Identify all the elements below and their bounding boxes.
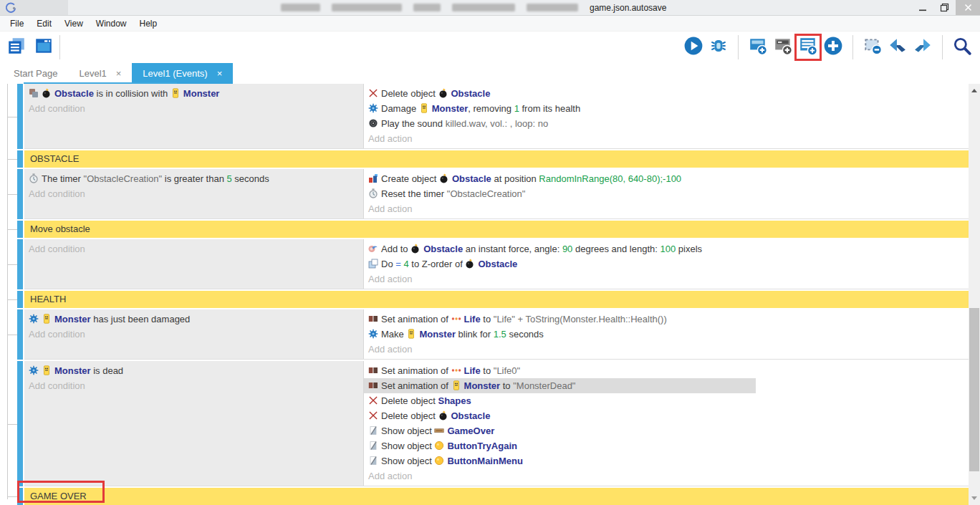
instruction-text: seconds — [232, 173, 269, 184]
action-instruction[interactable]: Make Monster blink for 1.5 seconds — [364, 327, 969, 342]
object-name: Obstacle — [54, 88, 94, 99]
object-name: ButtonTryAgain — [447, 441, 517, 451]
event-selection-bar[interactable] — [17, 291, 23, 308]
restore-button[interactable] — [933, 0, 956, 15]
add-action-button[interactable]: Add action — [364, 271, 969, 287]
group-row: GAME OVER — [17, 488, 969, 505]
vertical-scrollbar[interactable] — [969, 84, 980, 505]
group-row: HEALTH — [17, 291, 969, 308]
menu-window[interactable]: Window — [90, 19, 133, 29]
object-name: Obstacle — [423, 244, 463, 254]
action-instruction[interactable]: Set animation of Life to "Life0" — [364, 363, 969, 378]
scene-editor-button[interactable] — [33, 37, 54, 58]
object-name: ButtonMainMenu — [447, 456, 522, 466]
event-selection-bar[interactable] — [17, 84, 23, 149]
action-instruction[interactable]: Damage Monster, removing 1 from its heal… — [364, 101, 969, 116]
add-condition-button[interactable]: Add condition — [24, 327, 363, 342]
add-action-button[interactable]: Add action — [364, 201, 969, 216]
event-selection-bar[interactable] — [17, 309, 23, 360]
condition-instruction[interactable]: Obstacle is in collision with Monster — [24, 86, 363, 101]
undo-button[interactable] — [887, 37, 908, 58]
action-instruction[interactable]: Set animation of Monster to "MonsterDead… — [364, 378, 969, 393]
action-instruction[interactable]: Delete object Shapes — [364, 393, 969, 408]
tree-tick — [7, 159, 17, 160]
instruction-text: to — [500, 380, 513, 391]
action-instruction[interactable]: Create object Obstacle at position Rando… — [364, 171, 969, 186]
action-instruction[interactable]: Add to Obstacle an instant force, angle:… — [364, 241, 969, 256]
event-row: The timer "ObstacleCreation" is greater … — [17, 169, 969, 219]
add-instruction-button[interactable] — [822, 37, 844, 58]
event-selection-bar[interactable] — [17, 150, 23, 168]
tab-level1-events[interactable]: Level1 (Events)× — [132, 63, 233, 84]
group-header-health[interactable]: HEALTH — [24, 291, 969, 308]
event-selection-bar[interactable] — [17, 239, 23, 289]
gdevelop-window: { "window": { "title": "game.json.autosa… — [0, 0, 980, 505]
add-condition-button[interactable]: Add condition — [24, 186, 363, 201]
action-instruction[interactable]: Delete object Obstacle — [364, 86, 969, 101]
add-comment-button[interactable] — [772, 37, 794, 58]
add-subevent-icon — [798, 36, 818, 59]
event-selection-bar[interactable] — [17, 169, 23, 219]
project-manager-button[interactable] — [6, 37, 27, 58]
action-instruction[interactable]: Do = 4 to Z-order of Obstacle — [364, 256, 969, 271]
tab-start-page[interactable]: Start Page — [3, 63, 68, 84]
tab-close-icon[interactable]: × — [116, 68, 122, 79]
add-event-button[interactable] — [747, 37, 769, 58]
menu-file[interactable]: File — [4, 19, 30, 29]
operator-text: = — [395, 259, 403, 269]
scrollbar-up-arrow-icon[interactable] — [969, 85, 980, 96]
object-name: Life — [464, 314, 481, 324]
close-button[interactable] — [956, 0, 980, 15]
value-text: 1 — [514, 103, 519, 114]
redo-button[interactable] — [912, 37, 933, 58]
condition-instruction[interactable]: Monster has just been damaged — [24, 312, 363, 327]
delete-icon — [368, 410, 378, 420]
menu-edit[interactable]: Edit — [30, 19, 58, 29]
tree-tick — [7, 117, 17, 117]
add-condition-button[interactable]: Add condition — [24, 378, 363, 393]
group-header-move-obstacle[interactable]: Move obstacle — [24, 221, 969, 238]
condition-instruction[interactable]: Monster is dead — [24, 363, 363, 378]
tree-tick — [7, 424, 17, 425]
group-header-game-over[interactable]: GAME OVER — [24, 488, 969, 505]
action-instruction[interactable]: Set animation of Life to "Life" + ToStri… — [364, 312, 969, 327]
action-instruction[interactable]: Show object ButtonTryAgain — [364, 438, 969, 453]
tab-level1[interactable]: Level1× — [68, 63, 132, 84]
add-condition-button[interactable]: Add condition — [24, 101, 363, 116]
event-selection-bar[interactable] — [17, 361, 23, 486]
action-instruction[interactable]: Reset the timer "ObstacleCreation" — [364, 186, 969, 201]
value-text: 5 — [227, 173, 232, 184]
scrollbar-down-arrow-icon[interactable] — [969, 493, 980, 504]
redacted-text-block — [332, 4, 402, 11]
instruction-text: pixels — [676, 244, 702, 254]
event-selection-bar[interactable] — [17, 221, 23, 238]
menu-view[interactable]: View — [58, 19, 90, 29]
group-header-obstacle[interactable]: OBSTACLE — [24, 150, 969, 168]
scrollbar-thumb[interactable] — [969, 308, 979, 471]
remove-selection-button[interactable] — [862, 37, 883, 58]
add-action-button[interactable]: Add action — [364, 131, 969, 146]
instruction-text: The timer — [42, 173, 84, 184]
minimize-button[interactable] — [911, 0, 933, 15]
tab-close-icon[interactable]: × — [217, 68, 223, 79]
play-button[interactable] — [683, 37, 704, 58]
menu-help[interactable]: Help — [133, 19, 164, 29]
action-instruction[interactable]: Delete object Obstacle — [364, 408, 969, 423]
add-action-button[interactable]: Add action — [364, 468, 969, 484]
zorder-icon — [368, 259, 378, 269]
add-action-button[interactable]: Add action — [364, 342, 969, 357]
object-name: Obstacle — [452, 173, 491, 184]
action-instruction[interactable]: Play the sound killed.wav, vol.: , loop:… — [364, 116, 969, 131]
app-logo-icon — [5, 2, 16, 14]
health-icon — [368, 329, 378, 339]
object-name: Monster — [464, 380, 501, 391]
instruction-text: Delete object — [381, 88, 438, 99]
add-subevent-button[interactable] — [797, 37, 819, 58]
condition-instruction[interactable]: The timer "ObstacleCreation" is greater … — [24, 171, 363, 186]
add-condition-button[interactable]: Add condition — [24, 241, 363, 256]
debug-button[interactable] — [708, 37, 729, 58]
event-selection-bar[interactable] — [17, 488, 23, 505]
action-instruction[interactable]: Show object ButtonMainMenu — [364, 453, 969, 468]
search-button[interactable] — [951, 37, 973, 58]
action-instruction[interactable]: Show object GameOver — [364, 423, 969, 438]
